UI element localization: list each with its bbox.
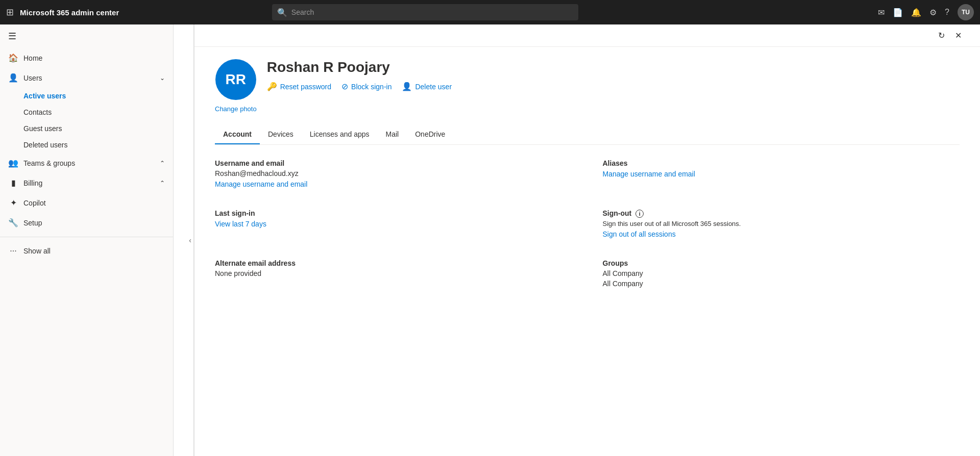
email-icon[interactable]: ✉ [878, 8, 885, 17]
alternate-email-value: None provided [215, 269, 572, 277]
panel-body: RR Change photo Roshan R Poojary 🔑 Reset… [194, 47, 980, 306]
tab-onedrive[interactable]: OneDrive [407, 125, 453, 144]
tab-account[interactable]: Account [215, 125, 260, 144]
document-icon[interactable]: 📄 [893, 8, 903, 17]
sidebar-item-label: Copilot [23, 199, 46, 207]
sidebar-item-label: Home [23, 54, 42, 62]
sidebar-item-contacts[interactable]: Contacts [23, 104, 173, 120]
sign-out-info-icon[interactable]: i [635, 210, 644, 218]
close-button[interactable]: ✕ [952, 29, 965, 42]
user-name: Roshan R Poojary [267, 59, 960, 75]
sidebar-item-teams[interactable]: 👥 Teams & groups ⌃ [0, 153, 173, 173]
teams-icon: 👥 [8, 158, 18, 168]
sign-out-description: Sign this user out of all Microsoft 365 … [603, 220, 960, 227]
sidebar: ☰ 🏠 Home 👤 Users ⌄ Active users Contacts… [0, 24, 174, 456]
sidebar-item-show-all[interactable]: ··· Show all [0, 241, 173, 261]
user-avatar: RR [215, 59, 256, 100]
section-last-signin: Last sign-in View last 7 days [215, 209, 572, 239]
bell-icon[interactable]: 🔔 [911, 8, 921, 17]
tab-mail[interactable]: Mail [378, 125, 407, 144]
search-input[interactable] [291, 8, 573, 16]
topbar: ⊞ Microsoft 365 admin center 🔍 ✉ 📄 🔔 ⚙ ?… [0, 0, 980, 24]
refresh-button[interactable]: ↻ [935, 29, 948, 42]
account-sections: Username and email Roshan@medhacloud.xyz… [215, 159, 960, 294]
reset-password-icon: 🔑 [267, 82, 277, 91]
sidebar-item-label: Billing [23, 179, 42, 187]
groups-label: Groups [603, 259, 960, 267]
topbar-right: ✉ 📄 🔔 ⚙ ? TU [878, 4, 974, 20]
sidebar-divider [0, 237, 173, 237]
section-alternate-email: Alternate email address None provided [215, 259, 572, 290]
sidebar-item-users[interactable]: 👤 Users ⌄ [0, 68, 173, 88]
home-icon: 🏠 [8, 53, 18, 63]
manage-username-email-link-left[interactable]: Manage username and email [215, 180, 307, 188]
users-icon: 👤 [8, 73, 18, 83]
billing-icon: ▮ [8, 178, 18, 188]
sign-out-label: Sign-out i [603, 209, 960, 218]
avatar[interactable]: TU [958, 4, 974, 20]
sidebar-item-billing[interactable]: ▮ Billing ⌃ [0, 173, 173, 193]
sign-out-all-sessions-link[interactable]: Sign out of all sessions [603, 230, 676, 238]
copilot-icon: ✦ [8, 198, 18, 208]
app-title: Microsoft 365 admin center [20, 8, 119, 17]
sidebar-item-label: Users [23, 74, 42, 82]
last-signin-label: Last sign-in [215, 209, 572, 217]
sidebar-users-subitems: Active users Contacts Guest users Delete… [0, 88, 173, 153]
aliases-label: Aliases [603, 159, 960, 167]
setup-icon: 🔧 [8, 218, 18, 227]
username-email-label: Username and email [215, 159, 572, 167]
chevron-up-icon: ⌄ [160, 74, 165, 82]
user-profile: RR Change photo Roshan R Poojary 🔑 Reset… [215, 59, 960, 113]
user-tabs: Account Devices Licenses and apps Mail O… [215, 125, 960, 145]
alternate-email-label: Alternate email address [215, 259, 572, 267]
sidebar-item-label: Setup [23, 219, 42, 227]
tab-devices[interactable]: Devices [260, 125, 302, 144]
username-email-value: Roshan@medhacloud.xyz [215, 169, 572, 178]
sidebar-item-active-users[interactable]: Active users [23, 88, 173, 104]
sidebar-item-label: Teams & groups [23, 159, 75, 167]
delete-user-button[interactable]: 👤 Delete user [402, 82, 452, 91]
sidebar-item-copilot[interactable]: ✦ Copilot [0, 193, 173, 213]
manage-aliases-link[interactable]: Manage username and email [603, 170, 695, 178]
section-username-email: Username and email Roshan@medhacloud.xyz… [215, 159, 572, 189]
sidebar-toggle[interactable]: ☰ [0, 24, 173, 48]
delete-user-icon: 👤 [402, 82, 412, 91]
search-icon: 🔍 [277, 8, 287, 17]
groups-value2: All Company [603, 280, 960, 288]
view-last-7-days-link[interactable]: View last 7 days [215, 220, 266, 228]
user-detail-panel: ↻ ✕ RR Change photo Roshan R Poojary [194, 24, 980, 456]
sidebar-item-home[interactable]: 🏠 Home [0, 48, 173, 68]
panel-header: ↻ ✕ [194, 24, 980, 47]
grid-icon[interactable]: ⊞ [6, 7, 14, 18]
content-area: ↻ ✕ RR Change photo Roshan R Poojary [194, 24, 980, 456]
section-aliases: Aliases Manage username and email [603, 159, 960, 189]
groups-value: All Company [603, 269, 960, 277]
block-signin-icon: ⊘ [341, 82, 348, 91]
main-layout: ☰ 🏠 Home 👤 Users ⌄ Active users Contacts… [0, 24, 980, 456]
chevron-down-icon-billing: ⌃ [160, 180, 165, 187]
section-groups: Groups All Company All Company [603, 259, 960, 290]
reset-password-label: Reset password [280, 83, 331, 91]
block-signin-button[interactable]: ⊘ Block sign-in [341, 82, 391, 91]
sidebar-item-setup[interactable]: 🔧 Setup [0, 213, 173, 233]
collapse-panel-icon[interactable]: ‹ [189, 236, 191, 244]
sidebar-collapsed-strip: ‹ [174, 24, 194, 456]
block-signin-label: Block sign-in [351, 83, 391, 91]
user-actions: 🔑 Reset password ⊘ Block sign-in 👤 Delet… [267, 82, 960, 91]
reset-password-button[interactable]: 🔑 Reset password [267, 82, 331, 91]
sidebar-item-deleted-users[interactable]: Deleted users [23, 137, 173, 153]
user-info: Roshan R Poojary 🔑 Reset password ⊘ Bloc… [267, 59, 960, 91]
chevron-down-icon: ⌃ [160, 160, 165, 167]
section-sign-out: Sign-out i Sign this user out of all Mic… [603, 209, 960, 239]
settings-icon[interactable]: ⚙ [929, 8, 937, 17]
sidebar-item-label: Show all [23, 247, 51, 255]
sidebar-item-guest-users[interactable]: Guest users [23, 120, 173, 137]
more-icon: ··· [8, 246, 18, 256]
change-photo-link[interactable]: Change photo [215, 105, 257, 113]
help-icon[interactable]: ? [945, 8, 949, 17]
tab-licenses-apps[interactable]: Licenses and apps [302, 125, 378, 144]
search-bar: 🔍 [272, 4, 578, 20]
delete-user-label: Delete user [415, 83, 452, 91]
